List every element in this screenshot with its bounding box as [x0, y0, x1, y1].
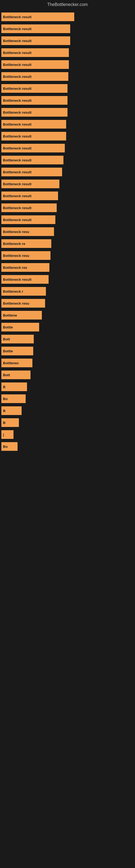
bar-label: Bo [3, 397, 8, 401]
bar-row: Bottleneck result [1, 48, 134, 58]
bottleneck-bar[interactable]: Bottle [1, 347, 33, 355]
bar-label: Bott [3, 337, 10, 341]
bar-label: Bottleneck result [3, 51, 31, 55]
bar-row: Bottleneck res [1, 262, 134, 272]
bottleneck-bar[interactable]: Bottleneck resu [1, 299, 45, 308]
bar-label: Bottleneck result [3, 146, 31, 150]
bar-row: B [1, 418, 134, 428]
bar-label: Bottleneck resu [3, 254, 30, 258]
bars-container: Bottleneck resultBottleneck resultBottle… [0, 9, 135, 456]
bottleneck-bar[interactable]: Bottleneck resu [1, 227, 54, 236]
bar-label: Bottleneck re [3, 242, 25, 246]
bottleneck-bar[interactable]: Bottleneck result [1, 108, 68, 117]
bar-label: Bott [3, 373, 10, 377]
bar-row: Bottleneck result [1, 95, 134, 105]
bar-row: Bottleneck result [1, 107, 134, 117]
bottleneck-bar[interactable]: Bottlenec [1, 359, 32, 367]
bottleneck-bar[interactable]: B [1, 406, 21, 415]
bottleneck-bar[interactable]: Bottleneck result [1, 24, 70, 33]
bottleneck-bar[interactable]: Bottleneck result [1, 96, 68, 105]
bottleneck-bar[interactable]: Bottleneck r [1, 287, 46, 296]
bar-row: Bottleneck result [1, 155, 134, 165]
bottleneck-bar[interactable]: Bott [1, 371, 31, 379]
bar-row: Bottle [1, 322, 134, 332]
site-title: TheBottlenecker.com [0, 0, 135, 9]
bar-label: Bottleneck result [3, 63, 31, 67]
bar-row: Bottleneck result [1, 179, 134, 189]
bar-label: B [3, 385, 5, 389]
bar-row: Bottleneck result [1, 167, 134, 177]
bottleneck-bar[interactable]: Bottleneck result [1, 191, 58, 200]
bar-label: | [3, 433, 4, 437]
bar-row: Bottleneck result [1, 215, 134, 225]
bar-row: Bottlene [1, 310, 134, 320]
bar-label: Bottle [3, 349, 13, 353]
bar-row: Bottleneck re [1, 239, 134, 248]
bar-label: Bottleneck result [3, 15, 31, 19]
bar-row: | [1, 430, 134, 439]
bottleneck-bar[interactable]: Bottleneck result [1, 36, 70, 45]
bar-row: Bottleneck result [1, 60, 134, 69]
bar-label: Bottleneck result [3, 134, 31, 138]
bar-label: Bottleneck result [3, 158, 31, 162]
bottleneck-bar[interactable]: Bottleneck resu [1, 251, 50, 260]
bar-row: Bott [1, 370, 134, 380]
bottleneck-bar[interactable]: Bottleneck re [1, 239, 51, 248]
bar-row: Bo [1, 442, 134, 452]
bar-row: Bottleneck result [1, 119, 134, 129]
bar-label: Bottleneck result [3, 39, 31, 43]
bar-label: Bottleneck result [3, 98, 31, 102]
bar-row: Bottleneck result [1, 24, 134, 34]
bottleneck-bar[interactable]: Bottleneck result [1, 48, 69, 57]
bottleneck-bar[interactable]: Bo [1, 394, 26, 403]
bar-label: Bottleneck result [3, 27, 31, 31]
bottleneck-bar[interactable]: Bottleneck result [1, 167, 62, 176]
bar-label: Bottleneck result [3, 74, 31, 79]
bar-label: Bottleneck result [3, 206, 31, 210]
bar-row: Bottleneck resu [1, 227, 134, 237]
bar-label: Bottleneck result [3, 170, 31, 174]
bottleneck-bar[interactable]: Bott [1, 335, 34, 343]
bar-row: Bottleneck resu [1, 251, 134, 260]
bar-label: Bottle [3, 325, 13, 329]
bar-row: Bott [1, 334, 134, 344]
bar-row: Bottleneck result [1, 203, 134, 213]
bar-row: Bottleneck result [1, 131, 134, 141]
bar-label: Bottleneck result [3, 87, 31, 91]
bottleneck-bar[interactable]: Bottleneck result [1, 84, 68, 93]
bar-row: Bottleneck result [1, 143, 134, 153]
bar-label: Bottleneck res [3, 266, 27, 270]
bottleneck-bar[interactable]: Bottleneck result [1, 12, 74, 21]
bar-label: Bottleneck result [3, 278, 31, 282]
bar-row: Bottleneck resu [1, 299, 134, 308]
bar-row: B [1, 406, 134, 415]
bar-label: Bottleneck result [3, 218, 31, 222]
bar-row: B [1, 382, 134, 392]
bottleneck-bar[interactable]: Bottleneck result [1, 156, 63, 164]
bar-row: Bo [1, 394, 134, 404]
bottleneck-bar[interactable]: Bottleneck result [1, 72, 68, 81]
bar-label: Bottleneck result [3, 111, 31, 115]
bottleneck-bar[interactable]: Bottleneck res [1, 263, 49, 272]
bottleneck-bar[interactable]: Bottleneck result [1, 275, 49, 284]
bottleneck-bar[interactable]: Bottlene [1, 311, 42, 319]
bar-row: Bottleneck result [1, 275, 134, 284]
bottleneck-bar[interactable]: Bottle [1, 323, 39, 332]
bottleneck-bar[interactable]: Bottleneck result [1, 60, 69, 69]
bottleneck-bar[interactable]: Bottleneck result [1, 180, 59, 188]
bar-label: B [3, 421, 5, 425]
bottleneck-bar[interactable]: Bottleneck result [1, 120, 66, 129]
bottleneck-bar[interactable]: Bottleneck result [1, 132, 66, 141]
bar-label: Bottleneck r [3, 289, 23, 293]
bottleneck-bar[interactable]: Bo [1, 442, 17, 451]
bottleneck-bar[interactable]: Bottleneck result [1, 144, 65, 152]
bottleneck-bar[interactable]: B [1, 418, 19, 427]
bar-label: B [3, 409, 5, 413]
bottleneck-bar[interactable]: Bottleneck result [1, 215, 55, 224]
bottleneck-bar[interactable]: | [1, 430, 13, 439]
bar-label: Bottleneck result [3, 182, 31, 186]
bottleneck-bar[interactable]: Bottleneck result [1, 204, 57, 212]
bar-label: Bo [3, 444, 8, 448]
bar-label: Bottleneck resu [3, 230, 30, 234]
bottleneck-bar[interactable]: B [1, 382, 27, 391]
